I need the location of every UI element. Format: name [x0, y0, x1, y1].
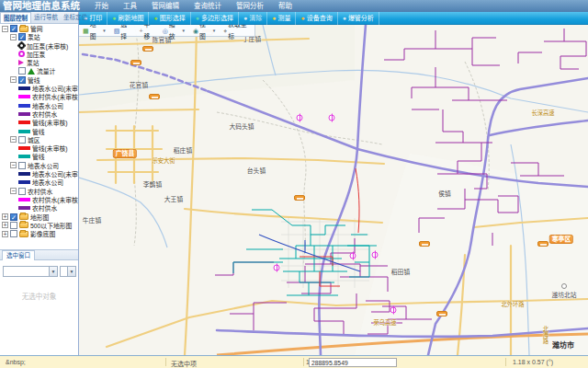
device-query-icon: ● [300, 15, 304, 21]
chevron-down-icon[interactable]: ▼ [181, 25, 185, 37]
line-legend-swatch [18, 112, 30, 116]
collapse-icon[interactable]: − [2, 26, 8, 32]
pump-station-marker[interactable] [297, 115, 303, 121]
road-number-badge [149, 94, 160, 99]
menu-item-工具[interactable]: 工具 [116, 0, 144, 12]
sidebar-tab-运行导航[interactable]: 运行导航 [31, 12, 61, 23]
layer-checkbox[interactable] [10, 222, 17, 229]
tree-row[interactable]: 管线(未审核) [0, 118, 78, 126]
expand-icon[interactable]: + [2, 222, 8, 228]
map-tool-获取坐标[interactable]: ⌖获取坐标 [220, 25, 254, 37]
menu-item-开始[interactable]: 开始 [87, 0, 116, 12]
tree-row[interactable]: −农村供水 [0, 187, 78, 195]
layer-checkbox[interactable] [18, 188, 26, 195]
tree-row[interactable]: 加压泵(未审核) [0, 41, 78, 50]
tree-row[interactable]: 农村供水 [0, 203, 78, 212]
map-label-大王镇: 大王镇 [164, 194, 183, 203]
selection-tab-strip: 选中窗口 [0, 250, 78, 260]
menu-item-管网分析[interactable]: 管网分析 [229, 0, 271, 12]
map-canvas[interactable]: ▦地图▼▧选择+平移◎缩放▼◉视图▼⌖获取坐标 陈官镇丁庄镇花官镇大码头镇稻庄镇… [79, 25, 588, 355]
map-tool-地图[interactable]: ▦地图▼ [79, 25, 110, 37]
map-tool-视图[interactable]: ◉视图▼ [189, 25, 220, 37]
map-tool-选择[interactable]: ▧选择 [110, 25, 136, 37]
tree-row[interactable]: 农村供水(未审核) [0, 92, 78, 100]
title-bar: 管网地理信息系统 开始工具管网编辑查询统计管网分析帮助 [0, 0, 588, 12]
tree-row[interactable]: 泵站 [0, 58, 78, 66]
map-tool-平移[interactable]: +平移 [135, 25, 158, 37]
pump-station-marker[interactable] [350, 253, 356, 259]
layer-checkbox[interactable]: ✓ [18, 76, 26, 84]
collapse-icon[interactable]: − [10, 76, 17, 83]
toolbar-button-设备查询[interactable]: ●设备查询 [296, 12, 337, 25]
tree-row[interactable]: 农村供水 [0, 109, 78, 118]
tab-selection-window[interactable]: 选中窗口 [2, 250, 35, 260]
pump-station-marker[interactable] [372, 252, 379, 259]
tree-row[interactable]: −✓泵站 [0, 32, 78, 40]
map-label-侯镇: 侯镇 [438, 189, 451, 198]
chevron-down-icon[interactable]: ▼ [49, 267, 57, 276]
pump-station-icon [18, 60, 24, 65]
tree-row[interactable]: 管线 [0, 127, 78, 135]
toolbar-button-刷新地图[interactable]: ●刷新地图 [107, 12, 149, 25]
tree-row[interactable]: 农村供水(未审核) [0, 195, 78, 203]
collapse-icon[interactable]: − [10, 136, 17, 143]
no-selection-text: 无选中对象 [0, 291, 78, 301]
expand-icon[interactable]: + [2, 213, 8, 220]
selection-panel: 选中窗口 ▼ ▼ 无选中对象 [0, 249, 78, 355]
selection-count-dropdown[interactable]: ▼ [60, 266, 76, 277]
tree-row[interactable]: 管线 [0, 152, 78, 160]
tree-row[interactable]: +影像底图 [0, 229, 78, 237]
toolbar-button-清除[interactable]: ●清除 [239, 12, 267, 25]
pump-station-marker[interactable] [274, 265, 280, 271]
tree-row[interactable]: 流量计 [0, 66, 78, 75]
map-tool-缩放[interactable]: ◎缩放▼ [159, 25, 189, 37]
tree-row[interactable]: −✓管线 [0, 75, 78, 84]
layer-checkbox[interactable] [18, 67, 26, 75]
toolbar-button-多边形选择[interactable]: ●多边形选择 [191, 12, 239, 25]
layer-tree[interactable]: −✓管网−✓泵站加压泵(未审核)加压泵泵站流量计−✓管线地表水公司(未审核)农村… [0, 24, 78, 249]
chevron-down-icon[interactable]: ▼ [212, 25, 216, 37]
layer-checkbox[interactable] [18, 136, 26, 144]
menu-item-管网编辑[interactable]: 管网编辑 [144, 0, 187, 12]
toolbar-button-测量[interactable]: ●测量 [267, 12, 296, 25]
tree-row[interactable]: 地表水公司(未审核) [0, 84, 78, 92]
layer-checkbox[interactable]: ✓ [18, 33, 26, 40]
layer-checkbox[interactable]: ✓ [10, 213, 17, 221]
map-label-潍坊市: 潍坊市 [552, 339, 574, 350]
toolbar-button-图形选择[interactable]: ●图形选择 [149, 12, 190, 25]
tree-row[interactable]: −地表水公司 [0, 161, 78, 169]
sidebar-tab-坐标定位[interactable]: 坐标定位 [61, 12, 90, 23]
tree-row[interactable]: 地表水公司(未审核) [0, 169, 78, 178]
tree-row[interactable]: 加压泵 [0, 50, 78, 58]
tree-row[interactable]: +500以下地形图 [0, 221, 78, 229]
pump-station-marker[interactable] [390, 307, 397, 314]
chevron-down-icon[interactable]: ▼ [102, 25, 106, 37]
menu-item-帮助[interactable]: 帮助 [271, 0, 300, 12]
tree-row[interactable]: −城区 [0, 135, 78, 144]
layer-checkbox[interactable] [10, 230, 17, 237]
tree-row[interactable]: 地表水公司 [0, 178, 78, 186]
collapse-icon[interactable]: − [10, 162, 17, 168]
tree-row[interactable]: −✓管网 [0, 24, 78, 32]
shape-select-icon: ● [153, 15, 157, 21]
menu-item-查询统计[interactable]: 查询统计 [187, 0, 229, 12]
selection-dropdown[interactable]: ▼ [3, 266, 58, 277]
layer-checkbox[interactable] [18, 162, 26, 169]
tree-row[interactable]: 管线(未审核) [0, 144, 78, 152]
collapse-icon[interactable]: − [10, 188, 17, 194]
tree-row[interactable]: 地表水公司 [0, 101, 78, 109]
line-legend-swatch [18, 180, 30, 184]
layer-checkbox[interactable]: ✓ [10, 25, 17, 32]
map-label-长深高速: 长深高速 [531, 109, 554, 117]
line-legend-swatch [18, 146, 30, 150]
app-title: 管网地理信息系统 [3, 0, 80, 12]
tree-row[interactable]: +✓地形图 [0, 213, 78, 221]
sidebar-tabs: 图层控制运行导航坐标定位 [0, 12, 78, 24]
toolbar-button-爆管分析[interactable]: ●爆管分析 [338, 12, 379, 25]
chevron-down-icon[interactable]: ▼ [67, 267, 75, 276]
pump-station-marker[interactable] [329, 115, 335, 121]
scale-input[interactable] [309, 358, 397, 367]
expand-icon[interactable]: + [2, 231, 8, 237]
sidebar-tab-图层控制[interactable]: 图层控制 [0, 12, 31, 23]
collapse-icon[interactable]: − [10, 34, 17, 40]
